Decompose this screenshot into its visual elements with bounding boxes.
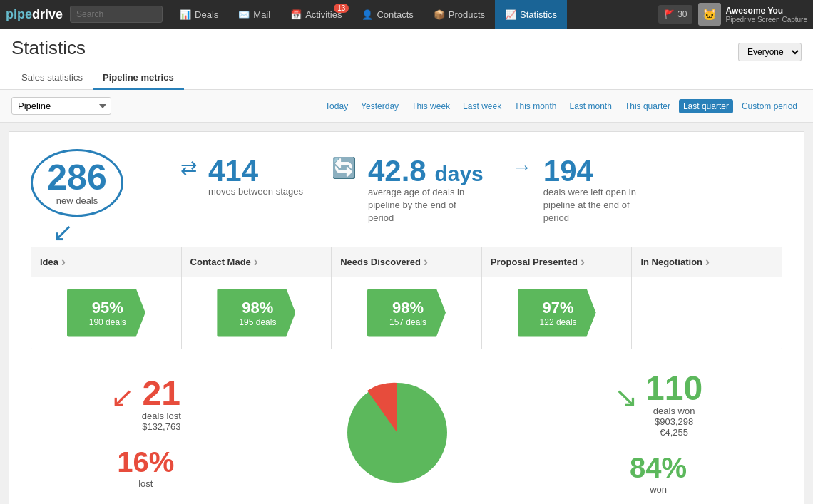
won-section: ↘ 110 deals won $903,298 €4,255 84% won: [614, 371, 702, 495]
nav-label-products: Products: [449, 9, 485, 20]
won-pct: 84%: [630, 452, 687, 483]
stage-arrow-needs: ›: [424, 254, 428, 269]
won-number: 110: [645, 371, 702, 406]
deals-icon: 📊: [180, 9, 191, 20]
stage-arrow-proposal: ›: [581, 254, 585, 269]
stage-arrow-contact: ›: [254, 254, 258, 269]
everyone-filter[interactable]: Everyone: [738, 43, 802, 61]
metrics-area: 286 new deals ↙ ⇄ 414 moves between stag…: [9, 132, 804, 364]
won-amount1: $903,298: [645, 416, 702, 427]
stages-body: 95% 190 deals 98% 195 deals 98% 15: [31, 277, 782, 349]
stat-moves: ⇄ 414 moves between stages: [180, 156, 303, 197]
stage-col-negotiation: [632, 277, 782, 349]
page: Statistics Everyone Sales statistics Pip…: [0, 29, 813, 504]
stage-head-negotiation: In Negotiation ›: [632, 247, 782, 277]
lost-amount: $132,763: [142, 421, 181, 432]
pipeline-select[interactable]: Pipeline: [11, 97, 111, 115]
avg-age-label: average age of deals in pipeline by the …: [368, 186, 482, 225]
nav-items: 📊 Deals ✉️ Mail 📅 Activities 13 👤 Contac…: [170, 0, 658, 29]
tab-sales-statistics[interactable]: Sales statistics: [11, 66, 93, 90]
nav-item-products[interactable]: 📦 Products: [424, 0, 495, 29]
new-deals-number: 286: [47, 160, 106, 195]
period-btn-today[interactable]: Today: [321, 99, 352, 113]
pipeline-stages: Idea › Contact Made › Needs Discovered ›…: [31, 247, 782, 349]
stage-head-proposal: Proposal Presented ›: [482, 247, 633, 277]
stages-header: Idea › Contact Made › Needs Discovered ›…: [31, 247, 782, 277]
lost-pct: 16%: [117, 446, 174, 478]
nav-item-deals[interactable]: 📊 Deals: [170, 0, 228, 29]
user-details: Awesome You Pipedrive Screen Capture: [725, 6, 807, 24]
period-btn-this-week[interactable]: This week: [407, 99, 454, 113]
nav-item-statistics[interactable]: 📈 Statistics: [495, 0, 567, 29]
activities-badge: 13: [334, 4, 349, 13]
nav-item-mail[interactable]: ✉️ Mail: [228, 0, 280, 29]
stage-head-needs: Needs Discovered ›: [332, 247, 482, 277]
won-amount2: €4,255: [645, 427, 702, 438]
period-btn-last-week[interactable]: Last week: [459, 99, 506, 113]
tab-pipeline-metrics[interactable]: Pipeline metrics: [93, 66, 184, 90]
stage-badge-idea: 95% 190 deals: [67, 289, 145, 337]
new-deals-arrow: ↙: [52, 220, 73, 245]
flag-icon: 🚩: [664, 9, 675, 19]
stage-head-idea: Idea ›: [31, 247, 182, 277]
stage-col-contact: 98% 195 deals: [182, 277, 332, 349]
nav-label-contacts: Contacts: [377, 9, 413, 20]
search-input[interactable]: [70, 6, 163, 23]
stage-badge-contact: 98% 195 deals: [217, 289, 295, 337]
main-content: 286 new deals ↙ ⇄ 414 moves between stag…: [9, 131, 804, 504]
products-icon: 📦: [434, 9, 445, 20]
pie-chart: [340, 376, 454, 490]
avatar: 🐱: [698, 3, 721, 26]
stage-arrow-negotiation: ›: [705, 254, 710, 269]
avg-age-number: 42.8 days: [368, 156, 484, 186]
page-header: Statistics Everyone Sales statistics Pip…: [0, 29, 813, 90]
stage-col-idea: 95% 190 deals: [31, 277, 182, 349]
left-open-label: deals were left open in pipeline at the …: [543, 186, 658, 225]
pie-svg: [340, 376, 454, 490]
nav-label-deals: Deals: [195, 9, 218, 20]
stage-head-contact: Contact Made ›: [182, 247, 332, 277]
app-logo: pipedrive: [6, 7, 63, 22]
mail-icon: ✉️: [238, 9, 250, 20]
won-pct-label: won: [630, 484, 687, 495]
stats-row: 286 new deals ↙ ⇄ 414 moves between stag…: [31, 149, 782, 225]
period-btn-this-quarter[interactable]: This quarter: [620, 99, 675, 113]
won-arrow: ↘: [614, 381, 638, 413]
lost-section: ↙ 21 deals lost $132,763 16% lost: [111, 376, 181, 489]
period-btn-last-month[interactable]: Last month: [566, 99, 616, 113]
contacts-icon: 👤: [362, 9, 373, 20]
lost-pct-label: lost: [117, 478, 174, 489]
left-open-number: 194: [543, 156, 658, 186]
period-btn-yesterday[interactable]: Yesterday: [357, 99, 403, 113]
nav-item-activities[interactable]: 📅 Activities 13: [280, 0, 352, 29]
flag-button[interactable]: 🚩 30: [658, 5, 692, 24]
moves-label: moves between stages: [208, 186, 303, 197]
period-btn-custom[interactable]: Custom period: [737, 99, 802, 113]
period-btn-this-month[interactable]: This month: [510, 99, 561, 113]
period-btn-last-quarter[interactable]: Last quarter: [679, 99, 733, 113]
stage-badge-proposal: 97% 122 deals: [518, 289, 596, 337]
stat-left-open: → 194 deals were left open in pipeline a…: [512, 156, 658, 225]
user-info[interactable]: 🐱 Awesome You Pipedrive Screen Capture: [698, 3, 807, 26]
stage-badge-needs: 98% 157 deals: [367, 289, 446, 337]
toolbar: Pipeline Today Yesterday This week Last …: [0, 90, 813, 123]
stat-new-deals: 286 new deals ↙: [31, 149, 123, 217]
stage-arrow-idea: ›: [61, 254, 66, 269]
bottom-row: ↙ 21 deals lost $132,763 16% lost: [9, 364, 804, 504]
stage-col-needs: 98% 157 deals: [332, 277, 482, 349]
flag-count: 30: [678, 9, 687, 19]
lost-label: deals lost: [142, 411, 181, 421]
nav-item-contacts[interactable]: 👤 Contacts: [352, 0, 423, 29]
nav-label-statistics: Statistics: [520, 9, 557, 20]
stat-avg-age: 🔄 42.8 days average age of deals in pipe…: [332, 156, 484, 225]
won-label: deals won: [645, 406, 702, 416]
tab-bar: Sales statistics Pipeline metrics: [11, 66, 802, 89]
statistics-icon: 📈: [505, 9, 516, 20]
left-open-icon: →: [512, 156, 532, 179]
stage-col-proposal: 97% 122 deals: [482, 277, 633, 349]
page-title: Statistics: [11, 37, 86, 59]
activities-icon: 📅: [290, 9, 302, 20]
user-name: Awesome You: [725, 6, 807, 16]
lost-number: 21: [142, 376, 181, 411]
nav-right: 🚩 30 🐱 Awesome You Pipedrive Screen Capt…: [658, 3, 807, 26]
